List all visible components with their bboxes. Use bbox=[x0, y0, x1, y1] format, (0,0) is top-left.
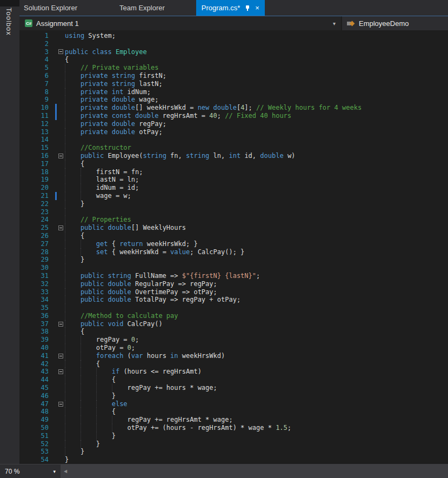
code-line[interactable]: 30 bbox=[19, 264, 448, 272]
project-dropdown[interactable]: C# Assignment 1 ▾ bbox=[19, 16, 341, 30]
fold-spacer bbox=[57, 408, 65, 416]
type-dropdown[interactable]: EmployeeDemo bbox=[342, 16, 448, 30]
code-line[interactable]: 52 } bbox=[19, 440, 448, 448]
line-number: 40 bbox=[19, 344, 49, 352]
chevron-down-icon[interactable]: ▾ bbox=[53, 469, 56, 474]
code-line[interactable]: 46 } bbox=[19, 392, 448, 400]
line-number: 25 bbox=[19, 224, 49, 232]
code-line[interactable]: 4{ bbox=[19, 56, 448, 64]
code-line[interactable]: 6 private string firstN; bbox=[19, 72, 448, 80]
fold-spacer bbox=[57, 376, 65, 384]
code-line[interactable]: 25 public double[] WeeklyHours bbox=[19, 224, 448, 232]
code-line[interactable]: 39 regPay = 0; bbox=[19, 336, 448, 344]
code-line[interactable]: 12 private double regPay; bbox=[19, 120, 448, 128]
code-line[interactable]: 21 wage = w; bbox=[19, 192, 448, 200]
tab-solution-explorer[interactable]: Solution Explorer bbox=[19, 0, 82, 16]
code-line[interactable]: 41 foreach (var hours in weekHrsWkd) bbox=[19, 352, 448, 360]
line-number: 19 bbox=[19, 176, 49, 184]
code-text: { bbox=[65, 56, 69, 64]
code-line[interactable]: 16 public Employee(string fn, string ln,… bbox=[19, 152, 448, 160]
fold-collapse-icon[interactable] bbox=[57, 368, 65, 376]
code-line[interactable]: 50 otPay += (hours - regHrsAmt) * wage *… bbox=[19, 424, 448, 432]
code-line[interactable]: 5 // Private variables bbox=[19, 64, 448, 72]
code-line[interactable]: 48 { bbox=[19, 408, 448, 416]
code-line[interactable]: 49 regPay += regHrsAmt * wage; bbox=[19, 416, 448, 424]
fold-collapse-icon[interactable] bbox=[57, 320, 65, 328]
zoom-control[interactable]: 70 % ▾ bbox=[0, 464, 61, 478]
fold-collapse-icon[interactable] bbox=[57, 400, 65, 408]
code-line[interactable]: 44 { bbox=[19, 376, 448, 384]
fold-collapse-icon[interactable] bbox=[57, 352, 65, 360]
code-line[interactable]: 18 firstN = fn; bbox=[19, 168, 448, 176]
editor-status-bar: 70 % ▾ ◀ bbox=[0, 464, 448, 478]
pin-icon[interactable] bbox=[245, 5, 250, 11]
code-line[interactable]: 3public class Employee bbox=[19, 48, 448, 56]
tab-team-explorer[interactable]: Team Explorer bbox=[115, 0, 169, 16]
code-line[interactable]: 40 otPay = 0; bbox=[19, 344, 448, 352]
indent-guide bbox=[65, 424, 65, 432]
scroll-left-icon[interactable]: ◀ bbox=[61, 469, 70, 474]
code-text: idNum = id; bbox=[65, 184, 139, 192]
code-line[interactable]: 26 { bbox=[19, 232, 448, 240]
code-line[interactable]: 47 else bbox=[19, 400, 448, 408]
close-icon[interactable]: × bbox=[255, 4, 259, 11]
indent-guide bbox=[65, 360, 65, 368]
code-line[interactable]: 33 public double OvertimePay => otPay; bbox=[19, 288, 448, 296]
chevron-down-icon[interactable]: ▾ bbox=[333, 21, 336, 26]
code-line[interactable]: 51 } bbox=[19, 432, 448, 440]
code-line[interactable]: 10 private double[] weekHrsWkd = new dou… bbox=[19, 104, 448, 112]
code-line[interactable]: 29 } bbox=[19, 256, 448, 264]
code-line[interactable]: 28 set { weekHrsWkd = value; CalcPay(); … bbox=[19, 248, 448, 256]
code-line[interactable]: 35 bbox=[19, 304, 448, 312]
fold-collapse-icon[interactable] bbox=[57, 224, 65, 232]
fold-spacer bbox=[57, 144, 65, 152]
indent-guide bbox=[65, 296, 65, 304]
indent-guide bbox=[65, 392, 65, 400]
code-line[interactable]: 19 lastN = ln; bbox=[19, 176, 448, 184]
fold-spacer bbox=[57, 64, 65, 72]
code-text: } bbox=[65, 440, 100, 448]
line-number: 3 bbox=[19, 48, 49, 56]
horizontal-scrollbar[interactable]: ◀ bbox=[61, 464, 448, 478]
code-line[interactable]: 20 idNum = id; bbox=[19, 184, 448, 192]
code-line[interactable]: 11 private const double regHrsAmt = 40; … bbox=[19, 112, 448, 120]
fold-collapse-icon[interactable] bbox=[57, 152, 65, 160]
code-line[interactable]: 43 if (hours <= regHrsAmt) bbox=[19, 368, 448, 376]
line-number: 33 bbox=[19, 288, 49, 296]
tab-program-cs[interactable]: Program.cs* × bbox=[196, 0, 265, 16]
code-text: { bbox=[65, 408, 116, 416]
fold-spacer bbox=[57, 280, 65, 288]
code-line[interactable]: 34 public double TotalPay => regPay + ot… bbox=[19, 296, 448, 304]
code-line[interactable]: 42 { bbox=[19, 360, 448, 368]
indent-guide bbox=[65, 312, 65, 320]
code-text: private double[] weekHrsWkd = new double… bbox=[65, 104, 362, 112]
code-line[interactable]: 37 public void CalcPay() bbox=[19, 320, 448, 328]
fold-spacer bbox=[57, 384, 65, 392]
fold-collapse-icon[interactable] bbox=[57, 48, 65, 56]
indent-guide bbox=[81, 176, 81, 184]
code-line[interactable]: 32 public double RegularPay => regPay; bbox=[19, 280, 448, 288]
line-number: 8 bbox=[19, 88, 49, 96]
code-line[interactable]: 13 private double otPay; bbox=[19, 128, 448, 136]
code-line[interactable]: 2 bbox=[19, 40, 448, 48]
code-line[interactable]: 22 } bbox=[19, 200, 448, 208]
code-line[interactable]: 8 private int idNum; bbox=[19, 88, 448, 96]
code-line[interactable]: 38 { bbox=[19, 328, 448, 336]
code-line[interactable]: 36 //Method to calculate pay bbox=[19, 312, 448, 320]
code-line[interactable]: 45 regPay += hours * wage; bbox=[19, 384, 448, 392]
code-line[interactable]: 1using System; bbox=[19, 32, 448, 40]
code-line[interactable]: 24 // Properties bbox=[19, 216, 448, 224]
code-line[interactable]: 14 bbox=[19, 136, 448, 144]
code-line[interactable]: 31 public string FullName => $"{firstN} … bbox=[19, 272, 448, 280]
code-text: } bbox=[65, 256, 84, 264]
code-line[interactable]: 17 { bbox=[19, 160, 448, 168]
code-line[interactable]: 23 bbox=[19, 208, 448, 216]
code-line[interactable]: 27 get { return weekHrsWkd; } bbox=[19, 240, 448, 248]
code-text: private string firstN; bbox=[65, 72, 166, 80]
code-line[interactable]: 15 //Constructor bbox=[19, 144, 448, 152]
code-line[interactable]: 53 } bbox=[19, 448, 448, 456]
code-line[interactable]: 9 private double wage; bbox=[19, 96, 448, 104]
code-line[interactable]: 54} bbox=[19, 456, 448, 464]
code-line[interactable]: 7 private string lastN; bbox=[19, 80, 448, 88]
code-editor[interactable]: 1using System;23public class Employee4{5… bbox=[19, 30, 448, 464]
